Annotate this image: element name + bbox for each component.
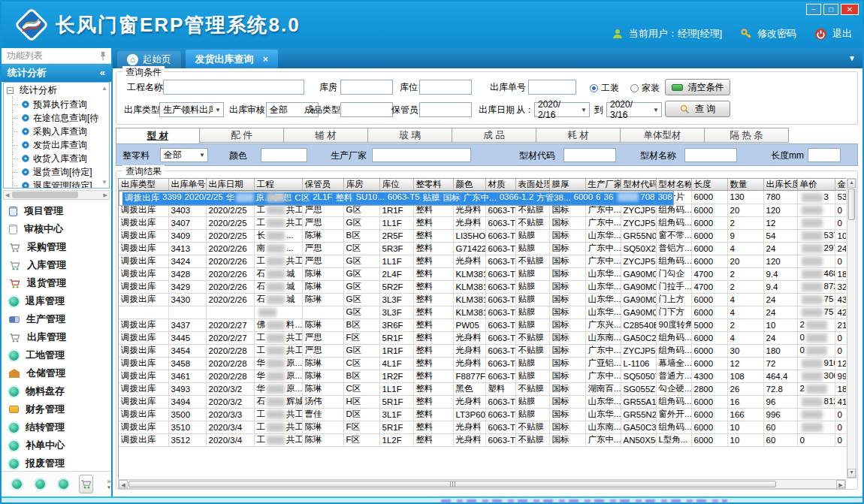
project-name-input[interactable] [163,80,304,95]
column-header[interactable]: 工程 [254,179,302,191]
table-row[interactable]: 调拨出库35122020/3/4工共工程陈琳F区1L2F整料光身料6063-T5… [119,433,846,446]
manufacturer-input[interactable] [372,148,471,162]
column-header[interactable]: 型材代码 [621,179,656,191]
table-row[interactable]: 调拨出库34612020/2/28华原...陈琳B区1R2F整料F8877FT6… [119,370,846,382]
profile-code-input[interactable] [563,148,616,162]
bill-number-input[interactable] [528,80,576,95]
column-header[interactable]: 出库日期 [206,179,254,191]
quick-dot-icon[interactable] [59,479,68,489]
tree-horizontal-scrollbar[interactable]: ◀ ▶ [3,190,110,200]
table-row[interactable]: 调拨出库34292020/2/26石城陈琳G区5R2F整料KLM38176063… [119,280,846,293]
tree-scroll-down-icon[interactable]: ▼ [101,179,107,186]
out-type-select[interactable]: 生产领料出库 ▼ [159,102,224,117]
tree-item[interactable]: 收货入库查询 [14,152,109,165]
table-row[interactable]: 调拨出库34942020/3/2石辉城汤伟H区5R1F整料光身料6063-T5贴… [119,395,846,408]
table-row[interactable]: G区3L3F整料KLM38176063-T5贴膜国标山东华...GA90M09.… [119,306,846,318]
column-header[interactable]: 膜厚 [549,179,585,191]
column-header[interactable]: 出库单号 [168,179,206,191]
column-header[interactable]: 出库长度 [763,179,797,191]
radio-jiazhuang[interactable]: 家装 [630,82,660,95]
quick-dot-icon[interactable] [35,479,45,489]
column-header[interactable]: 整零料 [413,179,453,191]
scroll-up-icon[interactable]: ▲ [847,179,856,188]
scroll-left-icon[interactable]: ◀ [5,192,9,198]
column-header[interactable]: 金额 [835,179,846,191]
keeper-input[interactable] [419,102,472,117]
scroll-right-icon[interactable]: ▶ [836,480,845,488]
tree-item[interactable]: 采购入库查询 [14,125,109,138]
grid-vertical-scrollbar[interactable]: ▲ ▼ [847,178,856,478]
table-row[interactable]: 调拨出库34092020/2/25长...陈琳B区2R5F整料LI35HO606… [119,229,846,242]
radio-gongzhuang[interactable]: 工装 [590,82,619,95]
column-header[interactable]: 出库类型 [119,179,168,191]
warehouse-input[interactable] [340,80,393,95]
scrollbar-thumb[interactable] [12,192,78,198]
tree-root-statistics[interactable]: − 统计分析 [4,83,109,98]
column-header[interactable]: 生产厂家 [585,179,621,191]
column-header[interactable]: 长度 [691,179,727,191]
sidebar-item-退库管理[interactable]: 退库管理 [2,292,111,310]
material-tab-7[interactable]: 单体型材 [621,128,705,143]
column-header[interactable]: 颜色 [453,179,485,191]
collapse-icon[interactable]: « [100,64,105,82]
sidebar-item-工地管理[interactable]: 工地管理 [2,346,111,364]
sidebar-item-审核中心[interactable]: 审核中心 [2,220,111,238]
tree-expander-icon[interactable]: − [7,87,14,94]
sidebar-item-物料盘存[interactable]: 物料盘存 [2,382,111,400]
clear-conditions-button[interactable]: 清空条件 [665,79,730,95]
column-header[interactable]: 数量 [727,179,763,191]
tab-list-dropdown-icon[interactable]: ▼ [848,54,856,62]
maximize-button[interactable]: □ [823,4,838,15]
product-type-input[interactable] [340,102,393,117]
tab-shipment-query[interactable]: 发货出库查询 × [186,50,279,68]
column-header[interactable]: 材质 [485,179,515,191]
scroll-right-icon[interactable]: ▶ [104,192,107,198]
sidebar-item-报废管理[interactable]: 报废管理 [2,454,111,472]
tab-close-icon[interactable]: × [263,53,269,65]
table-row[interactable]: 调拨出库35102020/3/4工共工程陈琳F区5R1F整料光身料6063-T5… [119,421,846,433]
column-header[interactable]: 库位 [379,179,413,191]
table-row[interactable]: 调拨出库35002020/3/3工共工程曹佳D区3L1F整料LT3P606063… [119,408,846,421]
material-tab-3[interactable]: 辅 材 [284,128,368,143]
scrollbar-thumb[interactable] [128,481,776,487]
change-password-link[interactable]: 修改密码 [757,27,796,41]
tree-item[interactable]: 发货出库查询 [14,138,109,152]
table-row[interactable]: 调拨出库34282020/2/26石城陈琳G区2L4F整料KLM38176063… [119,267,846,280]
tree-item[interactable]: 在途信息查询[待 [14,111,109,125]
sidebar-item-结转管理[interactable]: 结转管理 [2,418,111,436]
column-header[interactable]: 保管员 [302,179,343,191]
quick-dot-icon[interactable] [12,479,22,489]
sidebar-item-退货管理[interactable]: 退货管理 [2,274,111,292]
tree-item[interactable]: 退库管理[待定] [14,179,109,189]
table-row[interactable]: 调拨出库33992020/2/25华原...严思C区2L1F整料SU10...6… [119,191,674,206]
sidebar-item-入库管理[interactable]: 入库管理 [2,256,111,274]
scroll-down-icon[interactable]: ▼ [847,469,856,478]
table-row[interactable]: 调拨出库34302020/2/26石城陈琳G区3L3F整料KLM38176063… [119,293,846,306]
pin-icon[interactable] [99,51,107,61]
table-row[interactable]: 调拨出库34242020/2/26工共工程严思G区1L1F整料光身料6063-T… [119,255,846,267]
profile-name-input[interactable] [684,148,737,162]
sidebar-item-仓储管理[interactable]: 仓储管理 [2,364,111,382]
quick-cart-button[interactable] [79,475,93,493]
scroll-left-icon[interactable]: ◀ [119,480,128,488]
sidebar-item-补单中心[interactable]: 补单中心 [2,436,111,454]
grid-horizontal-scrollbar[interactable]: ◀ ▶ [118,479,846,489]
sidebar-item-生产管理[interactable]: 生产管理 [2,310,111,328]
tree-item[interactable]: 预算执行查询 [14,98,109,111]
tree-scroll-up-icon[interactable]: ▲ [101,85,107,92]
material-tab-2[interactable]: 配 件 [200,128,284,143]
date-from-picker[interactable]: 2020/ 2/16 ▼ [534,102,590,117]
table-row[interactable]: 调拨出库34582020/2/28华原...陈琳C区4L1F整料光身料6063-… [119,357,846,370]
whole-part-select[interactable]: 全部 ▼ [160,148,208,162]
table-row[interactable]: 调拨出库34132020/2/26南...严思C区5R3F整料G71422606… [119,242,846,255]
material-tab-4[interactable]: 玻 璃 [368,128,452,143]
close-button[interactable]: ✕ [841,4,859,15]
date-to-picker[interactable]: 2020/ 3/16 ▼ [606,102,662,117]
table-row[interactable]: 调拨出库34932020/3/2华原...陈琳C区1L1F整料黑色塑料不贴膜国标… [119,382,846,395]
sidebar-item-财务管理[interactable]: 财务管理 [2,400,111,418]
table-row[interactable]: 调拨出库34372020/2/27佛料...陈琳B区3R6F整料PW056063… [119,318,846,331]
logout-link[interactable]: 退出 [832,27,852,41]
material-tab-8[interactable]: 隔 热 条 [705,128,789,143]
location-input[interactable] [419,80,472,95]
material-tab-6[interactable]: 耗 材 [536,128,621,143]
